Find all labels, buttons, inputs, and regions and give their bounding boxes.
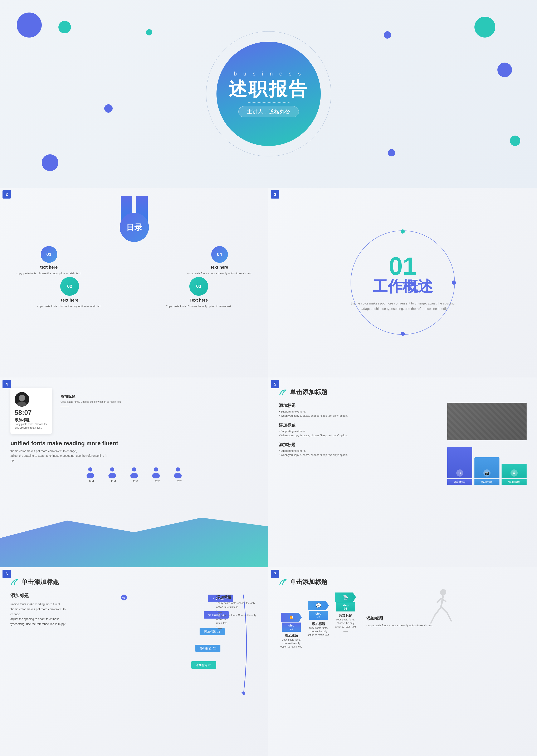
presenter-badge: 主讲人：道格办公 <box>238 106 299 117</box>
slide5-right: ⚙ 添加标题 📷 添加标题 ♻ <box>447 403 526 485</box>
svg-point-5 <box>110 467 114 472</box>
slide4-add-title-2: 添加标题 <box>61 394 121 399</box>
step-num-05: 05 <box>121 595 127 601</box>
bar-label-1: 添加标题 <box>447 479 472 485</box>
step-02-block: 💬 <box>308 601 329 610</box>
menu-item-03: 03 Text here Copy paste fonts. Choose th… <box>138 277 260 308</box>
slide3-dot-top <box>401 230 405 233</box>
deco-circle-7 <box>104 104 113 113</box>
slide4-main-sub: theme color makes ppt more convenient to… <box>11 449 156 463</box>
item-03-label: Text here <box>189 298 208 303</box>
avatar <box>15 392 29 407</box>
slide-num-6: 6 <box>3 570 11 578</box>
icon-label-1: ...text <box>87 480 94 483</box>
runner-silhouette <box>429 588 454 631</box>
item-04-label: text here <box>211 265 228 270</box>
slide6-left: 添加标题 unified fonts make reading more flu… <box>11 593 73 627</box>
item-01-label: text here <box>40 265 58 270</box>
bar-2: 📷 <box>475 457 499 478</box>
slide5-image <box>447 403 526 440</box>
badge-05: 05 <box>121 595 127 601</box>
bar-1-group: ⚙ 添加标题 <box>447 447 472 485</box>
svg-line-26 <box>431 615 435 624</box>
bar-icon-2: 📷 <box>483 470 490 477</box>
step-01-content: 添加标题 Copy paste fonts. choose the only o… <box>279 634 304 649</box>
slide-5: 5 单击添加标题 添加标题 • Supporting text here. • … <box>268 377 537 567</box>
slide2-header: 目录 <box>8 196 260 242</box>
slide3-number: 01 <box>351 254 455 279</box>
svg-line-24 <box>441 595 443 607</box>
icon-label-5: ...text <box>174 480 182 483</box>
svg-line-28 <box>447 613 451 621</box>
right-title: 添加标题 <box>216 595 258 600</box>
menu-center-circle: 目录 <box>120 213 149 242</box>
icon-label-4: ...text <box>152 480 159 483</box>
bar-3-group: ♻ 添加标题 <box>502 464 526 485</box>
icon-item-1: ...text <box>86 467 95 483</box>
svg-text:添加标题 02: 添加标题 02 <box>200 647 216 650</box>
slide2-items: 01 text here copy paste fonts. choose th… <box>8 246 260 275</box>
slide3-dot-bottom <box>401 332 405 336</box>
item2-bullet1: • Supporting text here. <box>279 429 441 433</box>
slide4-score: 58:07 <box>15 409 48 416</box>
teal-leaf-icon-3 <box>279 578 287 586</box>
deco-circle-1 <box>17 13 42 38</box>
menu-item-04: 04 text here copy paste fonts. choose th… <box>179 246 260 275</box>
svg-point-9 <box>154 467 158 472</box>
deco-circle-5 <box>497 63 512 77</box>
icon-item-3: ...text <box>130 467 139 483</box>
item2-title: 添加标题 <box>279 422 441 428</box>
svg-point-1 <box>19 395 25 401</box>
slide5-item-2: 添加标题 • Supporting text here. • When you … <box>279 422 441 437</box>
dotted-divider <box>248 103 289 103</box>
svg-point-6 <box>108 473 116 479</box>
slide5-list: 添加标题 • Supporting text here. • When you … <box>279 403 441 485</box>
svg-point-8 <box>130 473 138 479</box>
business-text: b u s i n e s s <box>234 70 303 77</box>
step-02: 💬 step02 添加标题 copy paste fonts. choose t… <box>306 601 331 640</box>
slide6-body: 添加标题 unified fonts make reading more flu… <box>11 593 258 627</box>
slide4-sub-text-1: Copy paste fonts. Choose the only option… <box>15 423 48 430</box>
slide3-title: 工作概述 <box>351 276 455 297</box>
step-01-title: 添加标题 <box>279 634 304 638</box>
slide4-right-text: 添加标题 Copy paste fonts. Choose the only o… <box>61 394 121 434</box>
bar-2-group: 📷 添加标题 <box>475 457 499 485</box>
icon-label-2: ...text <box>109 480 116 483</box>
main-circle-container: b u s i n e s s 述职报告 主讲人：道格办公 <box>217 42 321 146</box>
runner-svg <box>429 588 454 630</box>
slide5-bars: ⚙ 添加标题 📷 添加标题 ♻ <box>447 443 526 485</box>
person-icon-2 <box>107 467 117 479</box>
deco-circle-8 <box>384 31 391 39</box>
step-03-content: 添加标题 copy paste fonts. choose the only o… <box>333 613 358 632</box>
slide5-item-1: 添加标题 • Supporting text here. • When you … <box>279 403 441 418</box>
step-03-label: step03 <box>336 602 355 611</box>
step-02-content: 添加标题 copy paste fonts. choose the only o… <box>306 622 331 640</box>
bar-label-2: 添加标题 <box>475 479 499 485</box>
slide-4: 4 58:07 添加标题 Copy paste fonts. Choose th… <box>0 377 268 567</box>
slide5-title: 单击添加标题 <box>290 388 327 397</box>
slide-1: b u s i n e s s 述职报告 主讲人：道格办公 <box>0 0 537 188</box>
item-02-label: text here <box>61 298 78 303</box>
slide5-body: 添加标题 • Supporting text here. • When you … <box>279 403 526 485</box>
slide-num-2: 2 <box>3 190 11 198</box>
slide7-header: 单击添加标题 <box>279 578 526 586</box>
circle-02: 02 <box>60 277 79 296</box>
svg-line-25 <box>435 607 441 615</box>
icon-item-5: ...text <box>173 467 183 483</box>
slide-6: 6 单击添加标题 添加标题 unified fonts make reading… <box>0 567 268 756</box>
person-icon-3 <box>130 467 139 479</box>
slide6-process: 添加标题 05 添加标题 04 添加标题 03 添加标题 02 添加标题 01 … <box>79 593 258 627</box>
deco-circle-9 <box>388 149 395 156</box>
slide-7: 7 单击添加标题 <box>268 567 537 756</box>
step-03: 📡 step03 添加标题 copy paste fonts. choose t… <box>333 593 358 632</box>
item-02-desc: copy paste fonts. choose the only option… <box>37 305 102 308</box>
svg-point-12 <box>174 473 182 479</box>
slide6-left-texts: unified fonts make reading more fluent. … <box>11 602 73 627</box>
slide5-header: 单击添加标题 <box>279 388 526 397</box>
menu-title: 目录 <box>126 222 142 233</box>
presenter-text: 主讲人：道格办公 <box>247 108 290 115</box>
svg-point-3 <box>88 467 92 472</box>
slides-row-4-5: 4 58:07 添加标题 Copy paste fonts. Choose th… <box>0 377 537 567</box>
slides-row-2-3: 2 目录 01 text here copy paste fonts. c <box>0 188 537 377</box>
wave-bg <box>0 509 268 567</box>
